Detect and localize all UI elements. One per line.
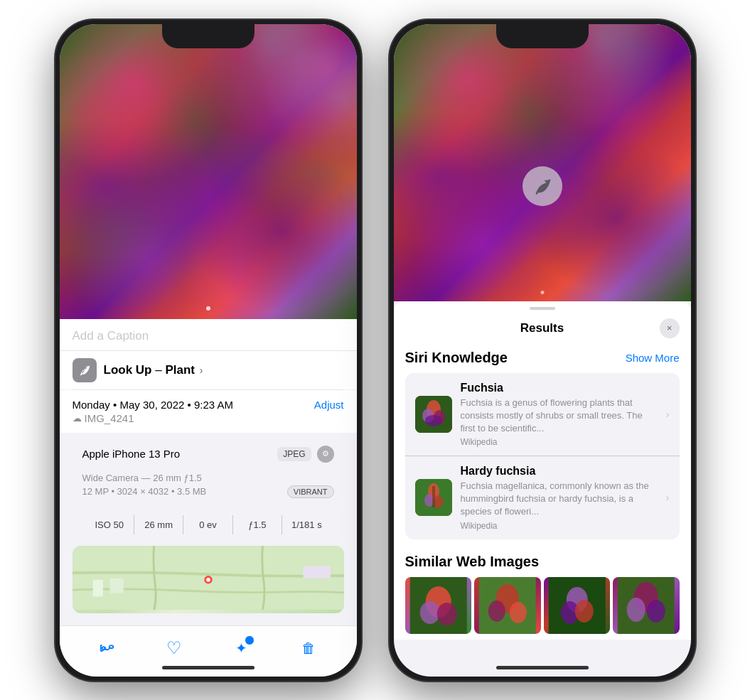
svg-point-12 xyxy=(425,415,442,426)
adjust-button[interactable]: Adjust xyxy=(314,399,344,411)
right-screen: Results × Siri Knowledge Show More xyxy=(394,24,691,677)
caption-area[interactable]: Add a Caption xyxy=(60,319,357,350)
web-image-2[interactable] xyxy=(474,577,541,634)
svg-point-33 xyxy=(647,600,665,623)
share-button[interactable] xyxy=(92,632,123,664)
notch xyxy=(162,24,255,48)
lookup-label: Look Up xyxy=(104,363,152,377)
exif-mm: 26 mm xyxy=(134,515,183,534)
hardy-fuchsia-desc: Fuchsia magellanica, commonly known as t… xyxy=(461,480,658,519)
delete-button[interactable]: 🗑 xyxy=(293,632,324,664)
results-sheet: Results × Siri Knowledge Show More xyxy=(394,301,691,640)
cloud-icon: ☁ xyxy=(73,413,82,424)
info-badge xyxy=(245,635,255,645)
hardy-fuchsia-thumb xyxy=(415,479,452,516)
hardy-fuchsia-item[interactable]: Hardy fuchsia Fuchsia magellanica, commo… xyxy=(405,456,680,539)
show-more-button[interactable]: Show More xyxy=(626,352,680,364)
lookup-text: Look Up – Plant › xyxy=(104,363,203,377)
spec-row: 12 MP • 3024 × 4032 • 3.5 MB VIBRANT xyxy=(82,485,334,498)
home-bar xyxy=(162,666,255,669)
exif-shutter: 1/181 s xyxy=(282,515,331,534)
svg-point-21 xyxy=(436,603,456,625)
visual-search-icon[interactable] xyxy=(523,166,562,206)
knowledge-card: Fuchsia Fuchsia is a genus of flowering … xyxy=(405,373,680,539)
settings-icon[interactable]: ⚙ xyxy=(317,446,334,463)
device-row: Apple iPhone 13 Pro JPEG ⚙ xyxy=(73,438,344,470)
lookup-chevron-icon: › xyxy=(200,365,203,376)
web-image-3[interactable] xyxy=(544,577,611,634)
close-label: × xyxy=(667,323,673,333)
favorite-button[interactable]: ♡ xyxy=(159,632,190,664)
map-preview[interactable] xyxy=(73,546,344,613)
fuchsia-title: Fuchsia xyxy=(461,382,658,394)
meta-date-row: Monday • May 30, 2022 • 9:23 AM Adjust xyxy=(73,399,344,411)
svg-rect-17 xyxy=(432,486,435,507)
right-home-bar xyxy=(496,666,589,669)
right-photo-area xyxy=(394,24,691,301)
left-screen: Add a Caption Look Up – Plant › Monday •… xyxy=(60,24,357,677)
siri-knowledge-label: Siri Knowledge xyxy=(405,350,508,366)
hardy-fuchsia-title: Hardy fuchsia xyxy=(461,465,658,478)
fuchsia-chevron-icon: › xyxy=(666,409,670,420)
hardy-fuchsia-content: Hardy fuchsia Fuchsia magellanica, commo… xyxy=(461,465,658,531)
svg-rect-1 xyxy=(92,579,102,596)
web-images-row xyxy=(405,577,680,634)
camera-spec1: Wide Camera — 26 mm ƒ1.5 xyxy=(82,473,334,483)
photo-area[interactable] xyxy=(60,24,357,319)
web-images-section: Similar Web Images xyxy=(394,544,691,640)
fuchsia-desc: Fuchsia is a genus of flowering plants t… xyxy=(461,397,658,436)
device-name: Apple iPhone 13 Pro xyxy=(82,448,181,460)
meta-section: Monday • May 30, 2022 • 9:23 AM Adjust ☁… xyxy=(60,390,357,433)
photo-dot xyxy=(206,306,210,311)
svg-point-29 xyxy=(574,600,593,623)
flower-overlay xyxy=(60,24,357,319)
siri-knowledge-section: Siri Knowledge Show More xyxy=(394,344,691,544)
results-title: Results xyxy=(425,321,660,335)
results-header: Results × xyxy=(394,310,691,344)
caption-placeholder[interactable]: Add a Caption xyxy=(73,329,149,343)
right-phone: Results × Siri Knowledge Show More xyxy=(390,20,695,681)
meta-filename: IMG_4241 xyxy=(85,412,134,424)
fuchsia-item[interactable]: Fuchsia Fuchsia is a genus of flowering … xyxy=(405,373,680,457)
svg-point-20 xyxy=(419,601,439,624)
svg-rect-6 xyxy=(109,645,114,648)
svg-point-32 xyxy=(627,598,645,622)
web-images-label: Similar Web Images xyxy=(405,554,680,570)
svg-rect-2 xyxy=(109,578,123,593)
right-notch xyxy=(496,24,589,48)
device-badges: JPEG ⚙ xyxy=(277,446,333,463)
exif-iso: ISO 50 xyxy=(85,515,134,534)
device-section: Apple iPhone 13 Pro JPEG ⚙ Wide Camera —… xyxy=(73,438,344,504)
camera-spec2: 12 MP • 3024 × 4032 • 3.5 MB xyxy=(82,486,207,497)
svg-point-7 xyxy=(102,647,105,650)
lookup-subject: Plant xyxy=(165,363,195,377)
exif-f: ƒ1.5 xyxy=(233,515,282,534)
fuchsia-content: Fuchsia Fuchsia is a genus of flowering … xyxy=(461,382,658,448)
visual-search-dot xyxy=(540,291,544,294)
web-image-4[interactable] xyxy=(613,577,680,634)
hardy-fuchsia-chevron-icon: › xyxy=(666,492,670,503)
svg-point-25 xyxy=(510,602,527,623)
fuchsia-thumb xyxy=(415,396,452,433)
close-button[interactable]: × xyxy=(660,318,680,338)
fuchsia-source: Wikipedia xyxy=(461,437,658,447)
format-badge: JPEG xyxy=(277,447,311,461)
web-image-1[interactable] xyxy=(405,577,472,634)
siri-section-header: Siri Knowledge Show More xyxy=(405,350,680,366)
svg-rect-3 xyxy=(303,566,330,578)
camera-details: Wide Camera — 26 mm ƒ1.5 12 MP • 3024 × … xyxy=(73,470,344,504)
info-button[interactable]: ✦ xyxy=(226,632,257,664)
exif-row: ISO 50 26 mm 0 ev ƒ1.5 1/181 s xyxy=(73,510,344,540)
svg-point-5 xyxy=(206,577,210,581)
meta-date: Monday • May 30, 2022 • 9:23 AM xyxy=(73,399,233,411)
hardy-fuchsia-source: Wikipedia xyxy=(461,521,658,531)
meta-filename-row: ☁ IMG_4241 xyxy=(73,412,344,424)
exif-ev: 0 ev xyxy=(183,515,232,534)
svg-point-24 xyxy=(488,601,505,622)
right-flower-overlay xyxy=(394,24,691,301)
vibrant-badge: VIBRANT xyxy=(287,485,334,498)
leaf-icon xyxy=(73,358,97,382)
lookup-row[interactable]: Look Up – Plant › xyxy=(60,350,357,389)
left-phone: Add a Caption Look Up – Plant › Monday •… xyxy=(55,20,361,681)
